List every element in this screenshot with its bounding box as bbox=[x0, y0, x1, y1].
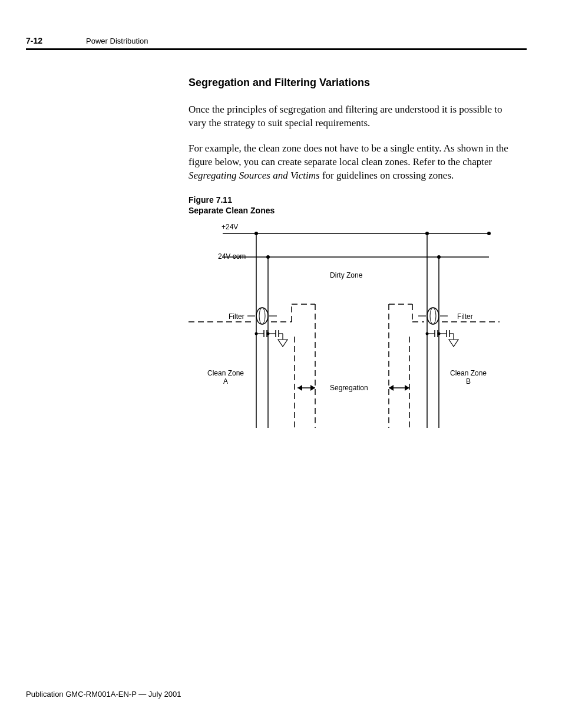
page: 7-12 Power Distribution Segregation and … bbox=[0, 0, 562, 728]
svg-point-10 bbox=[487, 232, 491, 235]
paragraph-1: Once the principles of segregation and f… bbox=[189, 103, 518, 130]
figure-caption: Figure 7.11 Separate Clean Zones bbox=[189, 195, 518, 216]
svg-point-12 bbox=[259, 308, 265, 324]
segregation-arrow-right-icon bbox=[389, 385, 409, 391]
svg-point-9 bbox=[437, 255, 441, 259]
figure-title: Separate Clean Zones bbox=[189, 206, 275, 215]
label-24v-com: 24V com bbox=[218, 252, 246, 261]
svg-point-11 bbox=[256, 308, 268, 324]
svg-point-15 bbox=[427, 308, 439, 324]
paragraph-2: For example, the clean zone does not hav… bbox=[189, 142, 518, 183]
svg-marker-40 bbox=[278, 340, 287, 347]
figure-diagram: +24V 24V com Dirty Zone Filter Filter Cl… bbox=[189, 222, 518, 440]
svg-point-16 bbox=[430, 308, 436, 324]
label-filter-left: Filter bbox=[229, 312, 244, 321]
svg-point-5 bbox=[266, 255, 270, 259]
para2-part-a: For example, the clean zone does not hav… bbox=[189, 143, 508, 167]
label-24v: +24V bbox=[222, 223, 238, 231]
content-block: Segregation and Filtering Variations Onc… bbox=[189, 77, 518, 440]
label-segregation: Segregation bbox=[330, 384, 368, 392]
cap-ground-right-icon bbox=[426, 330, 459, 347]
cap-ground-left-icon bbox=[255, 330, 288, 347]
svg-point-4 bbox=[254, 232, 258, 235]
running-header: 7-12 Power Distribution bbox=[26, 35, 527, 46]
label-filter-right: Filter bbox=[457, 312, 473, 321]
segregation-arrow-left-icon bbox=[297, 385, 315, 391]
svg-marker-58 bbox=[405, 385, 409, 391]
svg-marker-51 bbox=[449, 340, 458, 347]
svg-point-8 bbox=[425, 232, 429, 235]
svg-marker-55 bbox=[310, 385, 315, 391]
page-number: 7-12 bbox=[26, 36, 42, 45]
chapter-title: Power Distribution bbox=[86, 37, 148, 45]
label-dirty-zone: Dirty Zone bbox=[330, 271, 362, 279]
para2-italic: Segregating Sources and Victims bbox=[189, 170, 320, 181]
svg-marker-57 bbox=[389, 385, 394, 391]
label-clean-zone-a: Clean ZoneA bbox=[205, 369, 246, 386]
para2-part-b: for guidelines on crossing zones. bbox=[320, 170, 454, 181]
svg-marker-54 bbox=[297, 385, 302, 391]
section-heading: Segregation and Filtering Variations bbox=[189, 77, 518, 89]
header-rule bbox=[26, 48, 527, 50]
figure-number: Figure 7.11 bbox=[189, 195, 232, 205]
publication-footer: Publication GMC-RM001A-EN-P — July 2001 bbox=[26, 690, 181, 699]
label-clean-zone-b: Clean ZoneB bbox=[448, 369, 489, 386]
